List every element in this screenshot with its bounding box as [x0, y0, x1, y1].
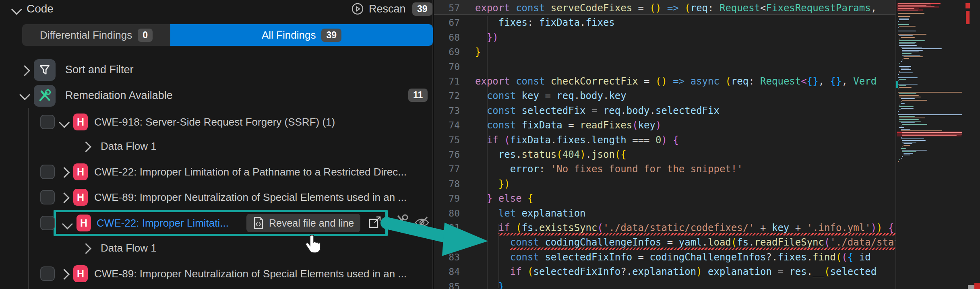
minimap-code-line — [899, 71, 900, 72]
finding-checkbox[interactable] — [40, 216, 55, 230]
minimap-code-line — [902, 150, 927, 151]
reveal-file-and-line-button[interactable]: Reveal file and line — [246, 214, 360, 232]
minimap-code-line — [899, 63, 900, 64]
rescan-button[interactable]: Rescan — [351, 2, 406, 15]
code-line-77: 77 error: 'No fixes found for the snippe… — [434, 162, 895, 177]
tab-label: All Findings — [262, 29, 316, 41]
line-number: 72 — [437, 89, 460, 103]
sort-filter-label: Sort and Filter — [65, 64, 134, 76]
chevron-right-icon[interactable] — [81, 243, 91, 254]
total-findings-badge: 39 — [412, 2, 432, 16]
code-text: const fixData = readFixes(key) — [475, 118, 661, 133]
code-text: export const serveCodeFixes = () => (req… — [475, 1, 877, 16]
remediation-available-row[interactable]: Remediation Available 11 — [0, 85, 433, 107]
chevron-right-icon[interactable] — [81, 141, 91, 152]
minimap-code-line — [901, 68, 909, 68]
code-line-72: 72 const key = req.body.key — [434, 89, 895, 103]
code-line-76: 76 res.status(404).json({ — [434, 147, 895, 162]
finding-row-cwe-89[interactable]: H CWE-89: Improper Neutralization of Spe… — [0, 187, 433, 208]
code-text: const selectedFix = req.body.selectedFix — [475, 103, 719, 118]
open-in-editor-icon[interactable] — [368, 215, 382, 231]
finding-row-cwe-22-selected[interactable]: H CWE-22: Improper Limitati... Reveal fi… — [0, 210, 433, 236]
severity-high-badge: H — [73, 114, 88, 130]
dataflow-row-2[interactable]: Data Flow 1 — [0, 237, 433, 258]
code-text: if (selectedFixInfo?.explanation) explan… — [475, 264, 877, 279]
minimap-code-line — [902, 140, 925, 141]
remediation-label: Remediation Available — [65, 89, 173, 102]
ignore-finding-eye-off-icon[interactable] — [414, 215, 430, 231]
minimap-code-line — [901, 129, 910, 130]
fix-tools-icon[interactable] — [393, 213, 411, 231]
minimap-code-line — [902, 142, 916, 142]
line-number: 80 — [437, 206, 460, 221]
code-line-78: 78 }) — [434, 177, 895, 192]
line-number: 75 — [437, 133, 460, 148]
line-number: 79 — [437, 191, 460, 206]
minimap-code-line — [902, 151, 916, 152]
tab-count-badge: 39 — [321, 29, 341, 42]
minimap-code-line — [898, 161, 899, 162]
panel-title: Code — [27, 2, 54, 15]
chevron-right-icon — [19, 65, 30, 76]
minimap-code-line — [899, 127, 904, 128]
code-editor[interactable]: 57export const serveCodeFixes = () => (r… — [434, 0, 895, 289]
minimap-code-line — [899, 72, 913, 73]
ruler-mark — [966, 3, 970, 8]
minimap-code-line — [904, 145, 911, 146]
code-line-75: 75 if (fixData.fixes.length === 0) { — [434, 133, 895, 148]
code-line-80: 80 let explanation — [434, 206, 895, 221]
minimap-code-line — [899, 159, 900, 160]
finding-checkbox[interactable] — [40, 190, 55, 204]
severity-high-badge: H — [73, 265, 88, 282]
code-line-73: 73 const selectedFix = req.body.selected… — [434, 103, 895, 118]
finding-row-cwe-22[interactable]: H CWE-22: Improper Limitation of a Pathn… — [0, 161, 433, 182]
sort-and-filter-row[interactable]: Sort and Filter — [0, 59, 433, 81]
code-text: export const checkCorrectFix = () => asy… — [475, 74, 877, 89]
minimap-code-line — [901, 69, 911, 70]
minimap-code-line — [901, 101, 902, 102]
remediation-tools-icon — [34, 85, 56, 107]
minimap-code-line — [902, 100, 927, 101]
finding-row-cwe-89-2[interactable]: H CWE-89: Improper Neutralization of Spe… — [0, 263, 433, 284]
minimap-code-line — [899, 85, 906, 86]
chevron-down-icon[interactable] — [11, 4, 22, 15]
tab-differential-findings[interactable]: Differential Findings 0 — [22, 24, 170, 46]
finding-label: CWE-89: Improper Neutralization of Speci… — [94, 268, 407, 280]
severity-high-badge: H — [76, 215, 91, 231]
minimap[interactable] — [895, 0, 963, 289]
minimap-code-line — [899, 43, 915, 44]
minimap-code-line — [898, 13, 924, 14]
chevron-down-icon — [19, 89, 30, 100]
chevron-right-icon[interactable] — [59, 192, 70, 203]
finding-checkbox[interactable] — [40, 115, 55, 129]
code-text: res.status(404).json({ — [475, 147, 626, 162]
finding-checkbox[interactable] — [40, 165, 55, 179]
minimap-code-line — [899, 26, 916, 27]
minimap-code-line — [899, 109, 900, 110]
minimap-code-line — [898, 31, 916, 31]
line-number: 74 — [437, 118, 460, 133]
minimap-code-line — [898, 92, 962, 93]
code-text: } — [475, 45, 481, 60]
chevron-down-icon[interactable] — [62, 219, 73, 229]
dataflow-label: Data Flow 1 — [101, 242, 157, 254]
code-line-74: 74 const fixData = readFixes(key) — [434, 118, 895, 133]
dataflow-row-1[interactable]: Data Flow 1 — [0, 136, 433, 157]
minimap-code-line — [902, 60, 903, 60]
chevron-down-icon[interactable] — [59, 117, 70, 128]
minimap-code-line — [902, 156, 903, 157]
app-window: { "sidebar": { "title": "Code", "rescan_… — [0, 0, 980, 289]
finding-row-cwe-918[interactable]: H CWE-918: Server-Side Request Forgery (… — [0, 111, 433, 132]
line-number: 69 — [437, 45, 460, 60]
tab-all-findings[interactable]: All Findings 39 — [170, 24, 433, 46]
chevron-right-icon[interactable] — [59, 167, 70, 178]
code-text: error: 'No fixes found for the snippet!' — [475, 162, 743, 177]
minimap-code-line — [899, 95, 919, 96]
finding-checkbox[interactable] — [40, 266, 55, 281]
minimap-code-line — [901, 61, 902, 62]
chevron-right-icon[interactable] — [59, 269, 70, 280]
minimap-code-line — [899, 39, 900, 39]
finding-label: CWE-22: Improper Limitation of a Pathnam… — [94, 166, 407, 178]
line-number: 81 — [437, 221, 460, 235]
overview-ruler[interactable] — [963, 0, 980, 289]
